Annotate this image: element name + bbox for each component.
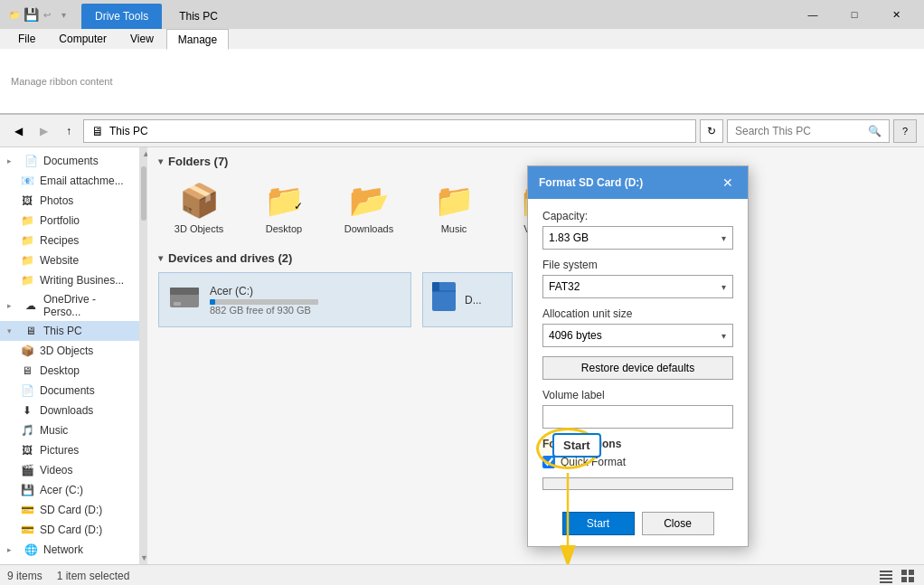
sidebar-item-website[interactable]: 📁 Website	[0, 250, 139, 270]
sidebar-label: Writing Busines...	[40, 274, 124, 287]
devices-toggle[interactable]: ▾	[158, 253, 163, 263]
undo-icon[interactable]: ↩	[40, 7, 54, 22]
folder-icon: 📁	[434, 182, 475, 220]
sidebar-item-desktop[interactable]: 🖥 Desktop	[0, 361, 139, 381]
volume-label-input[interactable]	[542, 405, 733, 429]
help-button[interactable]: ?	[893, 119, 917, 143]
file-system-select[interactable]: FAT32	[542, 275, 733, 298]
back-button[interactable]: ◀	[7, 120, 29, 142]
quick-format-checkbox[interactable]	[542, 456, 555, 468]
search-icon: 🔍	[868, 125, 882, 137]
device-acer[interactable]: Acer (C:) 882 GB free of 930 GB	[158, 272, 411, 327]
folder-name: Music	[441, 223, 467, 234]
allocation-select[interactable]: 4096 bytes	[542, 324, 733, 347]
allocation-select-wrapper: 4096 bytes	[542, 324, 733, 347]
expand-icon: ▸	[7, 156, 18, 165]
title-bar-tabs: Drive Tools This PC	[81, 0, 231, 29]
sdcard-info: D...	[465, 294, 504, 307]
refresh-button[interactable]: ↻	[700, 119, 723, 143]
tab-this-pc[interactable]: This PC	[165, 4, 231, 29]
folder-desktop[interactable]: 📁 ✓ Desktop	[243, 175, 325, 241]
sidebar-label: Pictures	[40, 444, 79, 457]
app-icon: 📁	[7, 7, 22, 22]
sidebar-item-portfolio[interactable]: 📁 Portfolio	[0, 211, 139, 231]
folder-downloads[interactable]: 📂 Downloads	[328, 175, 410, 241]
tab-manage[interactable]: Manage	[166, 29, 229, 50]
menu-icon[interactable]: ▾	[56, 7, 71, 22]
view-controls	[877, 567, 917, 585]
folder-icon: 📁 ✓	[264, 182, 305, 220]
devices-title: Devices and drives (2)	[168, 251, 292, 265]
sidebar-item-3d[interactable]: 📦 3D Objects	[0, 341, 139, 361]
sidebar-item-documents[interactable]: ▸ 📄 Documents	[0, 151, 139, 171]
sidebar-item-email[interactable]: 📧 Email attachme...	[0, 171, 139, 191]
dialog-close-btn[interactable]: Close	[642, 512, 714, 535]
network-icon: 🌐	[24, 543, 38, 557]
portfolio-icon: 📁	[20, 213, 34, 228]
svg-rect-14	[901, 577, 907, 582]
sidebar: ▸ 📄 Documents 📧 Email attachme... 🖼 Phot…	[0, 147, 140, 564]
details-view-button[interactable]	[877, 567, 895, 585]
minimize-button[interactable]: —	[792, 0, 834, 29]
device-sdcard[interactable]: D...	[422, 272, 513, 327]
sidebar-label: Website	[40, 254, 79, 267]
folders-toggle[interactable]: ▾	[158, 156, 163, 166]
ribbon-content: Manage ribbon content	[0, 49, 924, 114]
downloads-icon: ⬇	[20, 403, 34, 418]
close-button[interactable]: ✕	[875, 0, 917, 29]
forward-button[interactable]: ▶	[33, 120, 54, 142]
sidebar-item-network[interactable]: ▸ 🌐 Network	[0, 540, 139, 560]
dialog-close-button[interactable]: ✕	[719, 174, 737, 192]
sidebar-item-sdcard2[interactable]: 💳 SD Card (D:)	[0, 520, 139, 540]
up-button[interactable]: ↑	[58, 120, 80, 142]
folder-3d-objects[interactable]: 📦 3D Objects	[158, 175, 240, 241]
search-field[interactable]: 🔍	[727, 119, 890, 143]
sidebar-item-onedrive[interactable]: ▸ ☁ OneDrive - Perso...	[0, 290, 139, 321]
tab-computer[interactable]: Computer	[48, 29, 118, 49]
sidebar-item-videos[interactable]: 🎬 Videos	[0, 460, 139, 480]
file-system-label: File system	[542, 259, 733, 271]
device-name: Acer (C:)	[210, 285, 403, 297]
folder-music[interactable]: 📁 Music	[413, 175, 495, 241]
capacity-select[interactable]: 1.83 GB	[542, 226, 733, 250]
restore-button[interactable]: Restore device defaults	[542, 356, 733, 380]
sidebar-item-documents2[interactable]: 📄 Documents	[0, 381, 139, 401]
sidebar-item-pictures[interactable]: 🖼 Pictures	[0, 440, 139, 460]
sidebar-scrollbar[interactable]: ▲ ▼	[140, 147, 147, 564]
sidebar-item-music[interactable]: 🎵 Music	[0, 420, 139, 440]
sidebar-label: Videos	[40, 464, 72, 476]
main-area: ▸ 📄 Documents 📧 Email attachme... 🖼 Phot…	[0, 147, 924, 564]
sidebar-item-this-pc[interactable]: ▾ 🖥 This PC	[0, 321, 139, 341]
start-button[interactable]: Start	[562, 512, 635, 535]
sidebar-item-writing[interactable]: 📁 Writing Busines...	[0, 270, 139, 290]
search-input[interactable]	[735, 125, 862, 137]
svg-rect-2	[174, 302, 181, 306]
tab-drive-tools[interactable]: Drive Tools	[81, 4, 162, 29]
sidebar-item-downloads[interactable]: ⬇ Downloads	[0, 401, 139, 420]
ribbon: File Computer View Manage Manage ribbon …	[0, 29, 924, 115]
sidebar-item-acer[interactable]: 💾 Acer (C:)	[0, 480, 139, 500]
volume-label-label: Volume label	[542, 389, 733, 401]
tab-view[interactable]: View	[119, 29, 165, 49]
scroll-down-icon[interactable]: ▼	[140, 553, 147, 562]
tab-file[interactable]: File	[7, 29, 46, 49]
onedrive-icon: ☁	[24, 298, 38, 313]
sidebar-label: Desktop	[40, 364, 80, 377]
sidebar-item-sdcard1[interactable]: 💳 SD Card (D:)	[0, 500, 139, 520]
address-field[interactable]: 🖥 This PC	[83, 119, 696, 143]
folder-icon: 📂	[349, 182, 390, 220]
this-pc-icon: 🖥	[24, 324, 38, 338]
dialog-body: Capacity: 1.83 GB File system FAT32	[528, 199, 748, 512]
folder-name: Desktop	[266, 223, 302, 234]
sidebar-item-recipes[interactable]: 📁 Recipes	[0, 231, 139, 250]
recipes-icon: 📁	[20, 233, 34, 248]
website-icon: 📁	[20, 253, 34, 268]
sidebar-item-photos[interactable]: 🖼 Photos	[0, 191, 139, 211]
svg-rect-10	[880, 578, 892, 580]
scroll-up-icon[interactable]: ▲	[140, 147, 147, 160]
maximize-button[interactable]: □	[834, 0, 875, 29]
quick-format-label: Quick Format	[561, 456, 626, 468]
large-icons-view-button[interactable]	[899, 567, 917, 585]
sidebar-label: Downloads	[40, 404, 93, 417]
scrollbar-thumb[interactable]	[141, 166, 146, 221]
